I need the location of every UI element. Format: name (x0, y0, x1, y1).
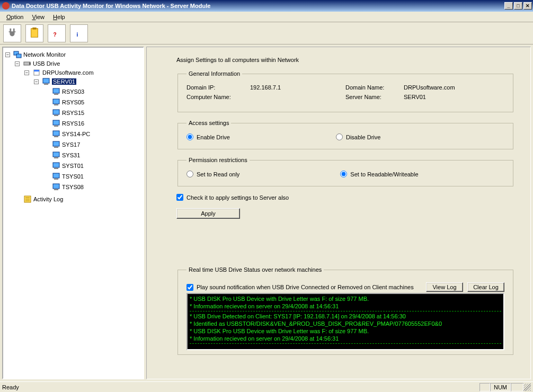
toolbar: ? i (0, 22, 533, 44)
computer-name-value (250, 94, 345, 100)
info-icon: i (73, 27, 85, 40)
clipboard-icon (29, 27, 40, 40)
tree-client[interactable]: TSYS08 (43, 183, 84, 191)
resize-grip-icon[interactable] (523, 384, 531, 391)
tree-label: RSYS16 (62, 120, 84, 127)
collapse-icon[interactable]: − (5, 52, 10, 57)
close-button[interactable]: ✕ (523, 2, 532, 10)
status-ready: Ready (2, 384, 19, 390)
menu-option[interactable]: Option (2, 13, 28, 21)
tree-client[interactable]: TSYS01 (43, 172, 84, 181)
tree-client[interactable]: SYS14-PC (43, 130, 90, 138)
tree-panel[interactable]: − Network Monitor − USB Drive (2, 47, 144, 379)
tree-client[interactable]: RSYS05 (43, 98, 84, 106)
app-icon (2, 2, 10, 10)
usb-icon (23, 59, 31, 68)
log-output[interactable]: * USB DISK Pro USB Device with Drive Let… (186, 293, 504, 350)
log-icon (23, 195, 32, 203)
log-entry: * USB Drive Detected on Client: SYS17 [I… (190, 313, 501, 320)
disable-drive-radio[interactable]: Disable Drive (336, 133, 380, 140)
tree-domain[interactable]: − DRPUsoftware.com (24, 68, 94, 77)
apply-button[interactable]: Apply (176, 208, 240, 219)
readwrite-radio[interactable]: Set to Readable/Writeable (340, 171, 418, 177)
tree-client[interactable]: SYST01 (43, 162, 84, 170)
menubar: Option View Help (0, 12, 533, 22)
svg-rect-24 (53, 152, 59, 157)
domain-name-value: DRPUsoftware.com (404, 84, 455, 91)
svg-text:?: ? (54, 32, 57, 38)
apply-server-checkbox[interactable]: Check it to apply settings to Server als… (176, 194, 289, 201)
svg-rect-25 (54, 157, 58, 158)
view-log-button[interactable]: View Log (426, 282, 463, 292)
general-info-group: General Information Domain IP: 192.168.7… (177, 70, 513, 112)
toolbar-button-connection[interactable] (3, 24, 21, 42)
enable-drive-radio[interactable]: Enable Drive (186, 133, 230, 140)
tree-client[interactable]: SYS17 (43, 140, 80, 149)
monitor-icon (52, 98, 60, 106)
tree-root[interactable]: − Network Monitor (5, 50, 66, 59)
svg-rect-12 (53, 88, 59, 93)
computer-name-label: Computer Name: (186, 94, 250, 100)
svg-rect-22 (53, 141, 59, 146)
tree-label: RSYS03 (62, 88, 84, 95)
svg-text:i: i (76, 32, 78, 38)
clear-log-button[interactable]: Clear Log (467, 282, 504, 292)
svg-rect-31 (54, 189, 58, 190)
svg-rect-30 (53, 184, 59, 189)
status-num: NUM (490, 383, 511, 391)
tree-label-selected: SERV01 (52, 78, 76, 85)
svg-rect-28 (53, 173, 59, 178)
svg-rect-29 (54, 179, 58, 180)
monitor-icon (52, 183, 60, 191)
readonly-radio[interactable]: Set to Read only (186, 171, 239, 177)
svg-rect-16 (53, 110, 59, 114)
sound-notification-checkbox[interactable]: Play sound notification when USB Drive C… (186, 284, 422, 291)
tree-client[interactable]: RSYS03 (43, 87, 84, 96)
group-legend: Permission restrictions (186, 157, 250, 163)
tree-client[interactable]: RSYS16 (43, 119, 84, 128)
menu-help[interactable]: Help (49, 13, 69, 21)
tree-usb-drive[interactable]: − USB Drive (15, 59, 60, 68)
page-title: Assign Settings to all computers within … (176, 57, 514, 63)
domain-ip-value: 192.168.7.1 (250, 84, 345, 91)
tree-client[interactable]: SYS31 (43, 151, 80, 159)
plug-icon (6, 27, 18, 40)
titlebar: Data Doctor USB Activity Monitor for Win… (0, 0, 533, 12)
content-panel: Assign Settings to all computers within … (146, 47, 531, 379)
tree-label: RSYS15 (62, 110, 84, 116)
group-legend: Real time USB Drive Status over network … (186, 266, 324, 273)
menu-view[interactable]: View (28, 13, 49, 21)
minimize-button[interactable]: _ (504, 2, 513, 10)
tree-label: SYS17 (62, 141, 80, 148)
collapse-icon[interactable]: − (34, 79, 39, 84)
log-group: Real time USB Drive Status over network … (177, 266, 513, 355)
domain-icon (32, 68, 41, 77)
log-entry: * USB DISK Pro USB Device with Drive Let… (190, 327, 501, 335)
svg-rect-19 (54, 126, 58, 127)
svg-rect-9 (34, 70, 39, 72)
tree-activity-log[interactable]: Activity Log (15, 195, 63, 203)
svg-rect-1 (32, 27, 36, 29)
tree-label: Activity Log (33, 196, 63, 202)
collapse-icon[interactable]: − (24, 70, 29, 75)
tree-label: Network Monitor (23, 51, 66, 58)
toolbar-button-log[interactable] (25, 24, 43, 42)
log-entry: * Information recieved on server on 29/4… (190, 335, 501, 342)
access-settings-group: Access settings Enable Drive Disable Dri… (177, 120, 513, 149)
window-title: Data Doctor USB Activity Monitor for Win… (12, 3, 504, 9)
svg-rect-7 (29, 63, 31, 65)
svg-rect-21 (54, 136, 58, 137)
toolbar-button-info[interactable]: i (70, 24, 88, 42)
collapse-icon[interactable]: − (15, 61, 20, 66)
tree-label: SYS31 (62, 152, 80, 158)
toolbar-button-help[interactable]: ? (48, 24, 66, 42)
status-cell-empty2 (511, 383, 523, 391)
tree-server[interactable]: − SERV01 (34, 77, 76, 86)
tree-client[interactable]: RSYS15 (43, 109, 84, 117)
svg-rect-14 (53, 99, 59, 104)
log-entry: * Identified as USBSTOR/DISK&VEN_&PROD_U… (190, 320, 501, 327)
maximize-button[interactable]: □ (514, 2, 522, 10)
group-legend: General Information (186, 70, 242, 77)
monitor-icon (52, 151, 60, 159)
tree-label: USB Drive (33, 60, 60, 67)
